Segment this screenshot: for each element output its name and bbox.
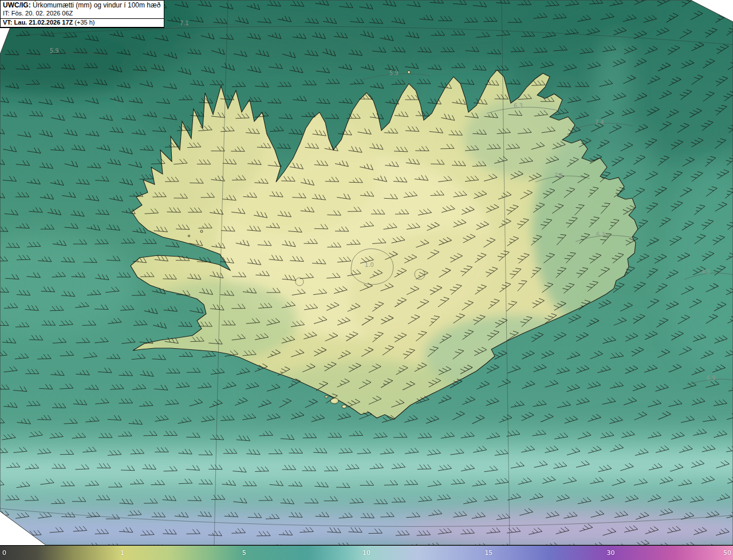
contour-label: 6.9: [707, 375, 716, 381]
colorbar-tick-label: 0: [2, 549, 6, 557]
colorbar-tick-label: 1: [120, 549, 124, 557]
contour-label: 7.4: [595, 119, 604, 125]
contour-label: 7.1: [180, 20, 189, 26]
colorbar-tick-label: 50: [723, 549, 731, 557]
weather-map-canvas: 7.15.95.96.37.47.56.34.51.06.9: [0, 0, 733, 545]
map-title-box: UWC/IG: Úrkomumætti (mm) og vindur í 100…: [0, 0, 164, 28]
wind-barb: [2, 526, 16, 531]
contour-label: 6.3: [596, 231, 605, 238]
init-time-label: IT: Fös. 20. 02. 2026 06Z: [3, 10, 160, 18]
contour-label: 1.0: [365, 262, 374, 268]
colorbar-tick-label: 10: [362, 549, 371, 557]
field-description-label: Úrkomumætti (mm) og vindur í 100m hæð: [31, 1, 161, 9]
weather-map-page: 7.15.95.96.37.47.56.34.51.06.9 UWC/IG: Ú…: [0, 0, 733, 560]
wind-barb: [700, 0, 714, 4]
colorbar-tick-label: 15: [484, 549, 492, 557]
wind-barb: [722, 0, 733, 3]
colorbar-tick-label: 30: [607, 549, 615, 557]
product-id-label: UWC/IG:: [3, 1, 31, 9]
colorbar-tick-label: 5: [242, 549, 246, 557]
map-title: UWC/IG: Úrkomumætti (mm) og vindur í 100…: [3, 1, 160, 10]
wind-barb: [0, 33, 5, 38]
valid-time-label: VT: Lau. 21.02.2026 17Z (+35 h): [0, 18, 164, 27]
contour-label: 7.5: [554, 172, 563, 179]
contour-label: 4.5: [702, 269, 711, 275]
contour-label: 5.9: [389, 70, 399, 76]
valid-time-offset: (+35 h): [73, 19, 94, 26]
contour-label: 6.3: [514, 102, 523, 109]
valid-time-bold: VT: Lau. 21.02.2026 17Z: [3, 19, 73, 26]
colorbar: 01510153050: [0, 545, 733, 560]
contour-label: 5.9: [50, 48, 59, 54]
